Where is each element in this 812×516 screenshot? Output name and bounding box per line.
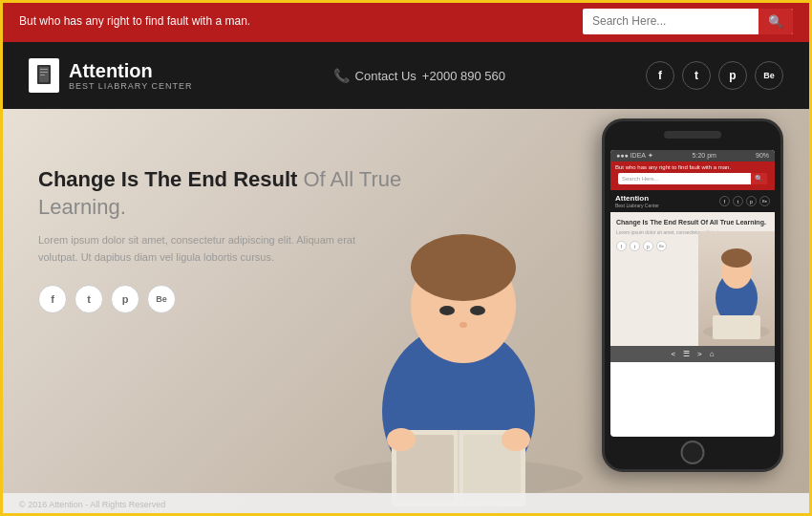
phone-forward-icon[interactable]: >: [697, 350, 702, 358]
footer-bar: © 2016 Attention - All Rights Reserved: [0, 493, 812, 516]
logo-area: Attention Best Liabrary Center: [29, 58, 193, 93]
phone-hero-title: Change Is The End Result Of All True Lea…: [616, 218, 769, 226]
phone-search: Search Here... 🔍: [618, 173, 767, 184]
social-pinterest[interactable]: p: [718, 61, 747, 90]
hero-social-pinterest[interactable]: p: [111, 285, 139, 313]
phone-status-time: 5:20 pm: [693, 152, 716, 160]
brand-name: Attention: [69, 60, 193, 81]
contact-label: Contact Us: [355, 69, 417, 83]
phone-top-bar: But who has any right to find fault with…: [610, 161, 775, 190]
social-facebook[interactable]: f: [646, 61, 674, 90]
phone-hero-facebook[interactable]: f: [616, 241, 627, 251]
phone-mockup: ●●● IDEA ✦ 5:20 pm 90% But who has any r…: [602, 118, 783, 472]
phone-search-button[interactable]: 🔍: [751, 173, 767, 184]
phone-home-button[interactable]: [681, 441, 705, 464]
phone-hero-area: Change Is The End Result Of All True Lea…: [610, 212, 775, 346]
phone-screen: ●●● IDEA ✦ 5:20 pm 90% But who has any r…: [610, 150, 775, 437]
phone-status-bar: ●●● IDEA ✦ 5:20 pm 90%: [610, 150, 775, 161]
main-content: Change Is The End Result Of All True Lea…: [0, 109, 812, 516]
hero-subtitle: Lorem ipsum dolor sit amet, consectetur …: [38, 232, 382, 266]
phone-hero-behance[interactable]: Be: [656, 241, 667, 251]
brand-subtitle: Best Liabrary Center: [69, 81, 193, 91]
phone-brand-sub: Best Liabrary Center: [615, 203, 659, 208]
footer-copyright: © 2016 Attention - All Rights Reserved: [19, 500, 165, 509]
svg-point-10: [470, 306, 485, 315]
hero-social-facebook[interactable]: f: [38, 285, 67, 313]
phone-child-image: [698, 231, 775, 346]
phone-social-pinterest[interactable]: p: [746, 196, 757, 206]
phone-header: Attention Best Liabrary Center f t p Be: [610, 190, 775, 212]
header-social-icons: f t p Be: [646, 61, 783, 90]
hero-content: Change Is The End Result Of All True Lea…: [38, 166, 449, 313]
search-form: 🔍: [583, 9, 793, 34]
svg-rect-2: [40, 69, 48, 70]
logo-icon: [29, 58, 59, 93]
search-button[interactable]: 🔍: [759, 9, 793, 34]
svg-point-17: [502, 428, 530, 451]
hero-social-twitter[interactable]: t: [75, 285, 103, 313]
hero-title: Change Is The End Result Of All True Lea…: [38, 166, 449, 221]
phone-logo: Attention Best Liabrary Center: [615, 194, 659, 208]
svg-point-21: [721, 248, 752, 268]
phone-icon: 📞: [333, 68, 350, 83]
topbar-tagline: But who has any right to find fault with…: [19, 14, 250, 28]
header-contact: 📞 Contact Us +2000 890 560: [333, 68, 505, 83]
phone-number: +2000 890 560: [422, 69, 505, 83]
svg-rect-22: [713, 315, 760, 339]
svg-point-11: [459, 322, 467, 328]
header: Attention Best Liabrary Center 📞 Contact…: [0, 42, 812, 109]
social-behance[interactable]: Be: [755, 61, 783, 90]
phone-status-right: 90%: [756, 152, 769, 160]
phone-back-icon[interactable]: <: [671, 350, 675, 358]
phone-tagline: But who has any right to find fault with…: [615, 164, 770, 170]
phone-menu-icon[interactable]: ☰: [683, 350, 690, 358]
phone-hero-twitter[interactable]: t: [630, 241, 640, 251]
svg-rect-4: [40, 75, 45, 75]
hero-social-icons: f t p Be: [38, 285, 449, 313]
top-bar: But who has any right to find fault with…: [0, 0, 812, 42]
search-input[interactable]: [583, 9, 759, 33]
logo-text: Attention Best Liabrary Center: [69, 60, 193, 91]
phone-hero-pinterest[interactable]: p: [643, 241, 653, 251]
svg-point-16: [387, 428, 416, 451]
hero-social-behance[interactable]: Be: [147, 285, 176, 313]
phone-status-left: ●●● IDEA ✦: [616, 152, 653, 160]
phone-notch: [664, 131, 721, 139]
phone-social-behance[interactable]: Be: [759, 196, 770, 206]
phone-search-placeholder: Search Here...: [618, 174, 751, 183]
phone-footer-nav: < ☰ > ⌂: [610, 346, 775, 362]
phone-social-icons: f t p Be: [719, 196, 770, 206]
phone-home-icon[interactable]: ⌂: [710, 350, 715, 358]
phone-social-twitter[interactable]: t: [733, 196, 743, 206]
phone-social-facebook[interactable]: f: [719, 196, 730, 206]
svg-rect-3: [40, 72, 48, 73]
phone-brand-name: Attention: [615, 194, 659, 203]
hero-title-bold: Change Is The End Result: [38, 167, 297, 191]
social-twitter[interactable]: t: [682, 61, 711, 90]
